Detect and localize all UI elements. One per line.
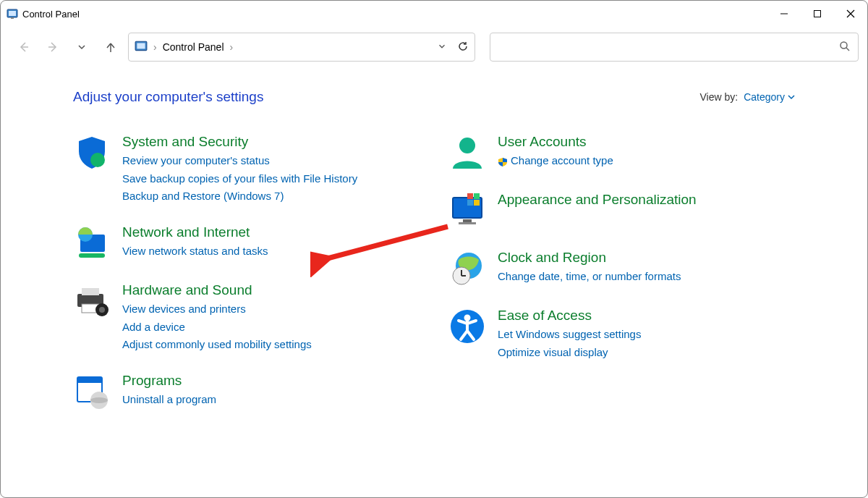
close-button[interactable] — [834, 1, 867, 27]
svg-rect-31 — [467, 193, 473, 199]
breadcrumb-sep-icon[interactable]: › — [230, 41, 234, 53]
breadcrumb-item[interactable]: Control Panel — [163, 41, 224, 53]
address-bar[interactable]: › Control Panel › — [128, 33, 475, 62]
right-column: User Accounts Change account type Appear… — [448, 134, 795, 431]
titlebar: Control Panel — [1, 1, 867, 27]
view-by: View by: Category — [700, 91, 795, 103]
up-button[interactable] — [99, 33, 122, 62]
category-title[interactable]: Appearance and Personalization — [498, 192, 697, 208]
category-link[interactable]: Adjust commonly used mobility settings — [122, 337, 312, 353]
category-title[interactable]: Hardware and Sound — [122, 282, 312, 299]
category-system-security: System and Security Review your computer… — [73, 134, 420, 204]
category-link[interactable]: Let Windows suggest settings — [498, 326, 641, 342]
svg-point-26 — [459, 138, 475, 153]
svg-point-11 — [841, 42, 847, 48]
breadcrumb: › Control Panel › — [135, 40, 233, 55]
view-by-label: View by: — [700, 91, 739, 103]
titlebar-left: Control Panel — [7, 8, 80, 20]
user-icon — [448, 134, 486, 172]
svg-rect-32 — [474, 193, 480, 199]
content-header: Adjust your computer's settings View by:… — [73, 89, 795, 105]
svg-rect-23 — [77, 377, 102, 383]
programs-icon — [73, 373, 111, 410]
category-clock-region: Clock and Region Change date, time, or n… — [448, 250, 795, 287]
svg-rect-1 — [9, 11, 16, 16]
svg-rect-2 — [11, 17, 14, 19]
svg-rect-29 — [463, 219, 472, 222]
category-hardware-sound: Hardware and Sound View devices and prin… — [73, 282, 420, 353]
category-link[interactable]: Add a device — [122, 319, 312, 335]
category-user-accounts: User Accounts Change account type — [448, 134, 795, 172]
svg-rect-30 — [459, 222, 476, 224]
content-area: Adjust your computer's settings View by:… — [1, 67, 867, 445]
svg-rect-16 — [79, 253, 105, 258]
search-box[interactable] — [490, 33, 859, 62]
svg-rect-4 — [814, 11, 821, 17]
network-icon — [73, 224, 111, 262]
category-link[interactable]: View devices and printers — [122, 301, 312, 317]
control-panel-icon — [7, 8, 18, 20]
svg-rect-33 — [467, 200, 473, 206]
category-link[interactable]: Backup and Restore (Windows 7) — [122, 188, 357, 204]
recent-dropdown[interactable] — [70, 33, 93, 62]
shield-icon — [73, 134, 111, 172]
category-columns: System and Security Review your computer… — [73, 134, 795, 431]
control-panel-small-icon — [135, 40, 148, 55]
window-controls — [767, 1, 867, 27]
refresh-button[interactable] — [457, 41, 469, 54]
printer-icon — [73, 282, 111, 320]
category-link[interactable]: Change account type — [498, 153, 613, 169]
category-appearance: Appearance and Personalization — [448, 192, 795, 229]
category-link[interactable]: Optimize visual display — [498, 345, 641, 360]
svg-point-13 — [90, 153, 105, 167]
category-link[interactable]: Change date, time, or number formats — [498, 269, 681, 284]
back-button[interactable] — [12, 33, 35, 62]
forward-button[interactable] — [41, 33, 64, 62]
svg-rect-10 — [137, 43, 145, 48]
category-link[interactable]: Uninstall a program — [122, 392, 216, 408]
accessibility-icon — [448, 308, 486, 345]
chevron-down-icon — [788, 93, 795, 101]
window-title: Control Panel — [22, 9, 80, 20]
breadcrumb-sep-icon[interactable]: › — [153, 41, 157, 53]
category-ease-of-access: Ease of Access Let Windows suggest setti… — [448, 308, 795, 360]
view-by-value: Category — [744, 91, 785, 103]
category-title[interactable]: Ease of Access — [498, 308, 641, 324]
category-title[interactable]: Programs — [122, 373, 216, 389]
navigation-row: › Control Panel › — [1, 27, 867, 67]
svg-point-25 — [90, 397, 108, 403]
maximize-button[interactable] — [801, 1, 834, 27]
page-title: Adjust your computer's settings — [73, 89, 263, 105]
category-title[interactable]: User Accounts — [498, 134, 613, 151]
category-link[interactable]: Review your computer's status — [122, 153, 357, 169]
address-history-dropdown[interactable] — [437, 41, 447, 54]
svg-point-21 — [99, 307, 105, 313]
uac-shield-icon — [498, 156, 508, 166]
view-by-dropdown[interactable]: Category — [744, 91, 795, 103]
category-network-internet: Network and Internet View network status… — [73, 224, 420, 262]
category-title[interactable]: Clock and Region — [498, 250, 681, 266]
control-panel-window: Control Panel › Control Panel › — [0, 0, 868, 498]
category-link[interactable]: View network status and tasks — [122, 243, 268, 259]
search-icon — [839, 41, 851, 54]
svg-rect-18 — [82, 288, 99, 295]
category-title[interactable]: System and Security — [122, 134, 357, 151]
svg-line-12 — [846, 48, 849, 51]
category-link[interactable]: Save backup copies of your files with Fi… — [122, 171, 357, 187]
category-title[interactable]: Network and Internet — [122, 224, 268, 241]
appearance-icon — [448, 192, 486, 229]
category-programs: Programs Uninstall a program — [73, 373, 420, 410]
left-column: System and Security Review your computer… — [73, 134, 420, 431]
minimize-button[interactable] — [767, 1, 801, 27]
clock-globe-icon — [448, 250, 486, 287]
svg-rect-34 — [474, 200, 480, 206]
